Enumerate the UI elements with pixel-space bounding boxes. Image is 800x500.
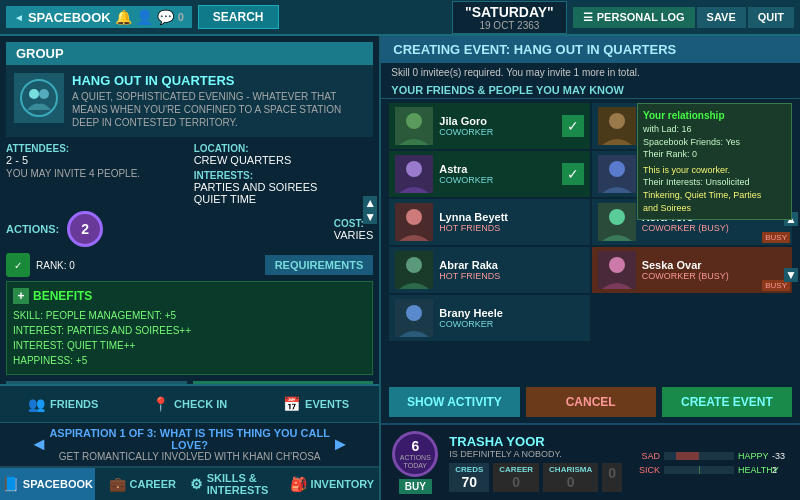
- friend-card-lad[interactable]: Lad Pavond COWORKER Your relationship wi…: [592, 103, 792, 149]
- friends-list: Jila Goro COWORKER ✓ Lad Pavond COWORKER: [381, 99, 800, 381]
- left-panel: GROUP HANG OUT IN QUARTERS A QUIET, SOPH…: [0, 36, 381, 500]
- interest-2: QUIET TIME: [194, 193, 374, 205]
- create-event-button[interactable]: CREATE EVENT: [662, 387, 792, 417]
- busy-label-5: BUSY: [762, 232, 790, 243]
- day-label: "SATURDAY": [465, 4, 554, 20]
- cancel-button[interactable]: CANCEL: [526, 387, 656, 417]
- tab-inventory[interactable]: 🎒 INVENTORY: [284, 468, 379, 500]
- friend-role-abrar: HOT FRIENDS: [439, 271, 583, 281]
- extra-stat: 0: [602, 463, 622, 492]
- benefit-4: HAPPINESS: +5: [13, 353, 366, 368]
- actions-area: ACTIONS: 2 COST: VARIES: [6, 211, 373, 247]
- actions-count: 6: [411, 438, 419, 454]
- friend-card-astra[interactable]: Astra COWORKER ✓: [389, 151, 589, 197]
- event-title-label: HANG OUT IN QUARTERS: [514, 42, 677, 57]
- svg-point-4: [406, 113, 422, 129]
- select-invitees-button[interactable]: SELECT INVITEE(S): [193, 381, 374, 384]
- rank-icon: ✓: [6, 253, 30, 277]
- right-action-buttons: SHOW ACTIVITY CANCEL CREATE EVENT: [381, 381, 800, 423]
- creating-label: CREATING EVENT:: [393, 42, 510, 57]
- benefit-1: SKILL: PEOPLE MANAGEMENT: +5: [13, 308, 366, 323]
- trasha-stats: CREDS 70 CAREER 0 CHARISMA 0 0: [449, 463, 622, 492]
- svg-point-0: [21, 80, 57, 116]
- svg-point-12: [406, 209, 422, 225]
- group-info: HANG OUT IN QUARTERS A QUIET, SOPHISTICA…: [72, 73, 365, 129]
- actions-label: ACTIONSTODAY: [400, 454, 431, 471]
- nav-friends[interactable]: 👥 FRIENDS: [0, 386, 126, 422]
- date-label: 19 OCT 2363: [479, 20, 539, 31]
- group-icon: [14, 73, 64, 123]
- bottom-buttons: BACK TO EVENTS SELECT INVITEE(S): [6, 381, 373, 384]
- benefits-title: BENEFITS: [33, 289, 92, 303]
- bottom-tabs: 📘 SPACEBOOK 💼 CAREER ⚙ SKILLS & INTEREST…: [0, 466, 379, 500]
- friend-card-jila[interactable]: Jila Goro COWORKER ✓: [389, 103, 589, 149]
- healthy-fill: [699, 466, 700, 474]
- friend-avatar-brany: [395, 299, 433, 337]
- group-desc: A QUIET, SOPHISTICATED EVENING - WHATEVE…: [72, 90, 365, 129]
- friend-avatar-astra: [395, 155, 433, 193]
- sick-healthy-bar: [664, 466, 734, 474]
- date-display: "SATURDAY" 19 OCT 2363: [452, 1, 567, 34]
- friend-name-astra: Astra: [439, 163, 555, 175]
- group-card: HANG OUT IN QUARTERS A QUIET, SOPHISTICA…: [6, 65, 373, 137]
- search-button[interactable]: SEARCH: [198, 5, 279, 29]
- friend-card-abrar[interactable]: Abrar Raka HOT FRIENDS: [389, 247, 589, 293]
- main-content: GROUP HANG OUT IN QUARTERS A QUIET, SOPH…: [0, 36, 800, 500]
- creds-stat: CREDS 70: [449, 463, 489, 492]
- message-count: 0: [178, 11, 184, 23]
- right-panel: CREATING EVENT: HANG OUT IN QUARTERS Ski…: [381, 36, 800, 500]
- sad-happy-bar: [664, 452, 734, 460]
- rank-area: ✓ RANK: 0 REQUIREMENTS: [6, 253, 373, 277]
- friend-avatar-lad: [598, 107, 636, 145]
- scroll-down-arrow[interactable]: ▼: [363, 210, 377, 224]
- friend-avatar-4: [598, 155, 636, 193]
- mood-sick-healthy: SICK HEALTHY 2: [636, 465, 792, 475]
- location-icon: 📍: [152, 396, 169, 412]
- friend-card-seska[interactable]: Seska Ovar COWORKER (BUSY) BUSY: [592, 247, 792, 293]
- buy-button[interactable]: BUY: [399, 479, 432, 494]
- svg-point-8: [406, 161, 422, 177]
- friends-icon: 👥: [28, 396, 45, 412]
- quit-button[interactable]: QUIT: [748, 7, 794, 28]
- save-button[interactable]: SAVE: [697, 7, 746, 28]
- svg-point-20: [406, 305, 422, 321]
- career-stat: CAREER 0: [493, 463, 539, 492]
- svg-point-14: [609, 209, 625, 225]
- friend-avatar-lynna: [395, 203, 433, 241]
- friend-name-jila: Jila Goro: [439, 115, 555, 127]
- scroll-up-arrow[interactable]: ▲: [363, 196, 377, 210]
- svg-point-16: [406, 257, 422, 273]
- friend-card-lynna[interactable]: Lynna Beyett HOT FRIENDS: [389, 199, 589, 245]
- friend-role-astra: COWORKER: [439, 175, 555, 185]
- aspiration-title: ASPIRATION 1 OF 3: WHAT IS THIS THING YO…: [48, 427, 332, 451]
- interest-1: PARTIES AND SOIREES: [194, 181, 374, 193]
- friend-card-brany[interactable]: Brany Heele COWORKER: [389, 295, 589, 341]
- nav-events[interactable]: 📅 EVENTS: [253, 386, 379, 422]
- back-icon: ◄: [14, 12, 24, 23]
- create-event-header: CREATING EVENT: HANG OUT IN QUARTERS: [381, 36, 800, 63]
- friend-avatar-5: [598, 203, 636, 241]
- benefit-3: INTEREST: QUIET TIME++: [13, 338, 366, 353]
- tab-career[interactable]: 💼 CAREER: [95, 468, 190, 500]
- calendar-icon: 📅: [283, 396, 300, 412]
- career-tab-icon: 💼: [109, 476, 126, 492]
- personal-log-button[interactable]: ☰ PERSONAL LOG: [573, 7, 695, 28]
- group-details: ATTENDEES: 2 - 5 YOU MAY INVITE 4 PEOPLE…: [6, 143, 373, 205]
- spacebook-logo[interactable]: ◄ SPACEBOOK 🔔 👤 💬 0: [6, 6, 192, 28]
- show-activity-button[interactable]: SHOW ACTIVITY: [389, 387, 519, 417]
- friend-role-brany: COWORKER: [439, 319, 583, 329]
- friend-name-lynna: Lynna Beyett: [439, 211, 583, 223]
- nav-check-in[interactable]: 📍 CHECK IN: [126, 386, 252, 422]
- skill-requirement: Skill 0 invitee(s) required. You may inv…: [381, 63, 800, 82]
- friend-avatar-abrar: [395, 251, 433, 289]
- requirements-button[interactable]: REQUIREMENTS: [265, 255, 374, 275]
- tab-skills[interactable]: ⚙ SKILLS & INTERESTS: [190, 468, 285, 500]
- navigation-bar: 👥 FRIENDS 📍 CHECK IN 📅 EVENTS: [0, 384, 379, 422]
- aspiration-next-arrow[interactable]: ►: [331, 434, 349, 455]
- sad-fill: [676, 452, 699, 460]
- tab-spacebook[interactable]: 📘 SPACEBOOK: [0, 468, 95, 500]
- aspiration-prev-arrow[interactable]: ◄: [30, 434, 48, 455]
- friends-scroll-down[interactable]: ▼: [784, 268, 798, 282]
- friend-name-brany: Brany Heele: [439, 307, 583, 319]
- back-to-events-button[interactable]: BACK TO EVENTS: [6, 381, 187, 384]
